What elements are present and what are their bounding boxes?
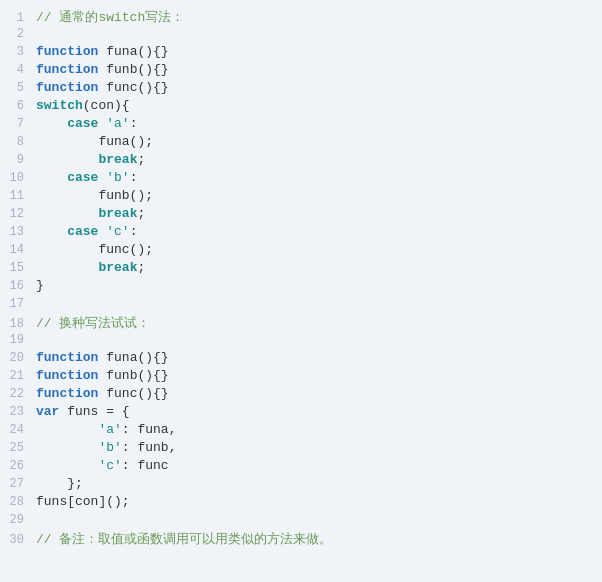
code-line: 14 func(); <box>0 242 602 260</box>
line-number: 20 <box>0 351 32 365</box>
line-content: // 备注：取值或函数调用可以用类似的方法来做。 <box>32 530 602 548</box>
line-number: 4 <box>0 63 32 77</box>
code-token: 'a' <box>98 422 121 437</box>
line-content: // 换种写法试试： <box>32 314 602 332</box>
line-number: 17 <box>0 297 32 311</box>
code-token: case <box>67 170 98 185</box>
code-token: case <box>67 116 98 131</box>
line-number: 9 <box>0 153 32 167</box>
code-token: // 换种写法试试： <box>36 316 150 331</box>
code-line: 29 <box>0 512 602 530</box>
code-token: ; <box>137 152 145 167</box>
code-line: 23var funs = { <box>0 404 602 422</box>
line-number: 25 <box>0 441 32 455</box>
line-number: 23 <box>0 405 32 419</box>
line-content: function funa(){} <box>32 350 602 365</box>
code-token <box>36 440 98 455</box>
code-token <box>36 458 98 473</box>
line-content: funb(); <box>32 188 602 203</box>
line-number: 18 <box>0 317 32 331</box>
code-token: funs[con](); <box>36 494 130 509</box>
line-content <box>32 332 602 347</box>
line-content: function funa(){} <box>32 44 602 59</box>
code-token: func(){} <box>98 80 168 95</box>
code-token <box>36 224 67 239</box>
line-content: func(); <box>32 242 602 257</box>
code-line: 8 funa(); <box>0 134 602 152</box>
code-token: funb(); <box>36 188 153 203</box>
code-line: 22function func(){} <box>0 386 602 404</box>
line-number: 2 <box>0 27 32 41</box>
code-token: funb(){} <box>98 368 168 383</box>
code-line: 24 'a': funa, <box>0 422 602 440</box>
code-token: func(); <box>36 242 153 257</box>
code-line: 15 break; <box>0 260 602 278</box>
code-token: funa(){} <box>98 44 168 59</box>
line-number: 11 <box>0 189 32 203</box>
line-content: case 'c': <box>32 224 602 239</box>
code-line: 2 <box>0 26 602 44</box>
code-token: function <box>36 386 98 401</box>
code-token: 'c' <box>106 224 129 239</box>
code-line: 12 break; <box>0 206 602 224</box>
code-token <box>36 170 67 185</box>
line-number: 28 <box>0 495 32 509</box>
code-line: 26 'c': func <box>0 458 602 476</box>
code-line: 10 case 'b': <box>0 170 602 188</box>
code-token: 'c' <box>98 458 121 473</box>
code-token: switch <box>36 98 83 113</box>
code-token: // 通常的switch写法： <box>36 10 184 25</box>
code-token: 'a' <box>106 116 129 131</box>
code-token: funs = { <box>59 404 129 419</box>
line-content: var funs = { <box>32 404 602 419</box>
line-content: 'b': funb, <box>32 440 602 455</box>
code-token: funa(); <box>36 134 153 149</box>
code-token <box>36 116 67 131</box>
line-number: 7 <box>0 117 32 131</box>
line-number: 1 <box>0 11 32 25</box>
line-number: 16 <box>0 279 32 293</box>
code-token <box>36 422 98 437</box>
line-number: 12 <box>0 207 32 221</box>
code-token: : funa, <box>122 422 177 437</box>
line-number: 3 <box>0 45 32 59</box>
code-token: function <box>36 44 98 59</box>
code-line: 25 'b': funb, <box>0 440 602 458</box>
code-editor: 1// 通常的switch写法：2 3function funa(){}4fun… <box>0 0 602 582</box>
code-line: 4function funb(){} <box>0 62 602 80</box>
code-line: 18// 换种写法试试： <box>0 314 602 332</box>
code-token: break <box>98 260 137 275</box>
code-token: break <box>98 206 137 221</box>
code-token: funa(){} <box>98 350 168 365</box>
line-content: break; <box>32 206 602 221</box>
line-number: 21 <box>0 369 32 383</box>
code-token: : <box>130 116 138 131</box>
line-content: funa(); <box>32 134 602 149</box>
code-line: 27 }; <box>0 476 602 494</box>
line-number: 30 <box>0 533 32 547</box>
line-content: break; <box>32 260 602 275</box>
line-content: // 通常的switch写法： <box>32 8 602 26</box>
code-line: 1// 通常的switch写法： <box>0 8 602 26</box>
line-number: 8 <box>0 135 32 149</box>
line-content: function func(){} <box>32 80 602 95</box>
line-content: 'a': funa, <box>32 422 602 437</box>
code-token: 'b' <box>106 170 129 185</box>
code-token: ; <box>137 260 145 275</box>
line-content: function funb(){} <box>32 62 602 77</box>
code-line: 6switch(con){ <box>0 98 602 116</box>
code-token: (con){ <box>83 98 130 113</box>
line-content <box>32 296 602 311</box>
line-number: 19 <box>0 333 32 347</box>
code-token: case <box>67 224 98 239</box>
code-token: function <box>36 62 98 77</box>
line-content: funs[con](); <box>32 494 602 509</box>
line-number: 5 <box>0 81 32 95</box>
line-number: 6 <box>0 99 32 113</box>
code-token: // 备注：取值或函数调用可以用类似的方法来做。 <box>36 532 332 547</box>
code-line: 3function funa(){} <box>0 44 602 62</box>
code-line: 17 <box>0 296 602 314</box>
code-token <box>36 152 98 167</box>
line-content: case 'b': <box>32 170 602 185</box>
code-line: 16} <box>0 278 602 296</box>
